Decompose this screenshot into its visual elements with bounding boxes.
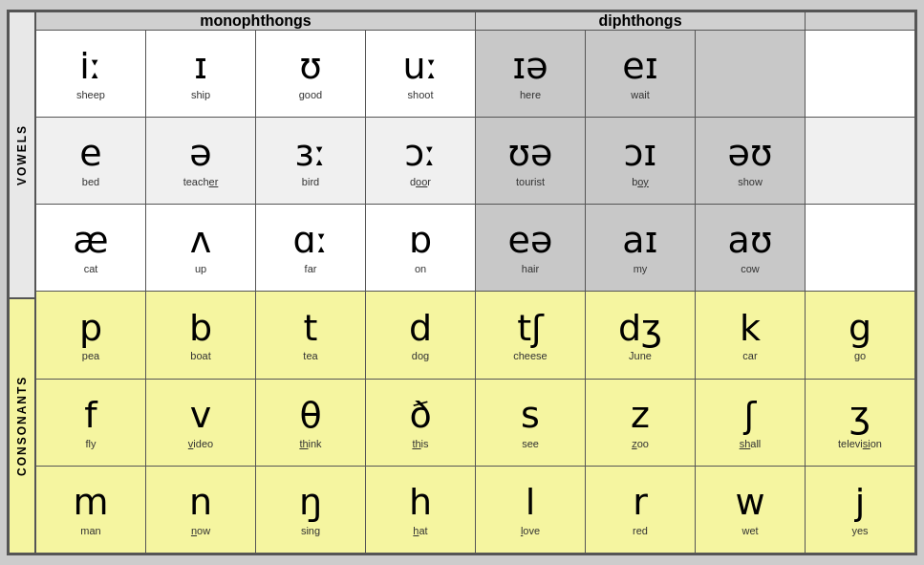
- cell-p: p pea: [36, 292, 146, 379]
- cell-w: w wet: [696, 466, 806, 553]
- symbol-z: z: [631, 396, 650, 436]
- side-labels: VOWELS CONSONANTS: [9, 11, 35, 554]
- word-here: here: [520, 89, 541, 100]
- symbol-ŋ: ŋ: [299, 483, 322, 523]
- symbol-ʃ: ʃ: [744, 396, 757, 436]
- symbol-j: j: [855, 483, 866, 523]
- cell-d: d dog: [366, 292, 476, 379]
- word-bed: bed: [82, 176, 99, 187]
- cell-aʊ: aʊ cow: [696, 205, 806, 292]
- cell-z: z zoo: [586, 379, 696, 466]
- symbol-eə: eə: [508, 221, 553, 261]
- cell-ɔː: ɔː door: [366, 118, 476, 205]
- word-think: think: [299, 438, 321, 449]
- cell-θ: θ think: [256, 379, 366, 466]
- cell-g: g go: [806, 292, 915, 379]
- symbol-s: s: [521, 396, 540, 436]
- cell-uː: uː shoot: [366, 31, 476, 118]
- word-red: red: [633, 525, 648, 536]
- word-go: go: [854, 350, 866, 361]
- word-boy: boy: [632, 176, 649, 187]
- cell-ɔɪ: ɔɪ boy: [586, 118, 696, 205]
- word-man: man: [80, 525, 100, 536]
- symbol-f: f: [84, 396, 97, 436]
- consonant-row-3: m man n now ŋ sing: [36, 466, 915, 553]
- cell-r: r red: [586, 466, 696, 553]
- diphthongs-header: diphthongs: [476, 12, 806, 31]
- vowels-label: VOWELS: [9, 11, 35, 298]
- word-ship: ship: [191, 89, 210, 100]
- symbol-tʃ: tʃ: [517, 309, 544, 349]
- cell-tʃ: tʃ cheese: [476, 292, 586, 379]
- symbol-ɔɪ: ɔɪ: [624, 134, 657, 174]
- word-love: love: [521, 525, 540, 536]
- word-tea: tea: [303, 350, 317, 361]
- symbol-v: v: [190, 396, 212, 436]
- word-hair: hair: [522, 263, 539, 274]
- symbol-ɑː: ɑː: [293, 221, 329, 261]
- symbol-ɪ: ɪ: [194, 47, 207, 87]
- cell-extra-1: [806, 31, 915, 118]
- vowel-row-3: æ cat ʌ up ɑː far: [36, 205, 915, 292]
- word-yes: yes: [851, 525, 868, 536]
- symbol-h: h: [409, 483, 432, 523]
- symbol-m: m: [73, 483, 108, 523]
- symbol-ɜː: ɜː: [294, 134, 326, 174]
- cell-ʊ: ʊ good: [256, 31, 366, 118]
- word-cow: cow: [741, 263, 760, 274]
- cell-s: s see: [476, 379, 586, 466]
- cell-ʌ: ʌ up: [146, 205, 256, 292]
- cell-v: v video: [146, 379, 256, 466]
- symbol-t: t: [304, 309, 318, 349]
- cell-h: h hat: [366, 466, 476, 553]
- cell-əʊ: əʊ show: [696, 118, 806, 205]
- cell-k: k car: [696, 292, 806, 379]
- cell-iː: iː sheep: [36, 31, 146, 118]
- cell-n: n now: [146, 466, 256, 553]
- cell-ð: ð this: [366, 379, 476, 466]
- symbol-aʊ: aʊ: [728, 221, 773, 261]
- word-see: see: [522, 438, 539, 449]
- cell-eə: eə hair: [476, 205, 586, 292]
- word-sheep: sheep: [76, 89, 105, 100]
- word-cheese: cheese: [513, 350, 547, 361]
- cell-ɪə: ɪə here: [476, 31, 586, 118]
- symbol-w: w: [735, 483, 764, 523]
- symbol-ɔː: ɔː: [404, 134, 437, 174]
- word-boat: boat: [190, 350, 210, 361]
- symbol-ɒ: ɒ: [409, 221, 432, 261]
- main-phonetic-table: monophthongs diphthongs iː sheep ɪ ship: [35, 11, 915, 554]
- cell-b: b boat: [146, 292, 256, 379]
- cell-empty-1: [696, 31, 806, 118]
- word-car: car: [742, 350, 757, 361]
- cell-extra-2: [806, 118, 915, 205]
- symbol-aɪ: aɪ: [622, 221, 657, 261]
- word-fly: fly: [86, 438, 97, 449]
- cell-dʒ: dʒ June: [586, 292, 696, 379]
- cell-ɑː: ɑː far: [256, 205, 366, 292]
- cell-ɒ: ɒ on: [366, 205, 476, 292]
- symbol-k: k: [740, 309, 761, 349]
- symbol-ə: ə: [189, 134, 211, 174]
- cell-f: f fly: [36, 379, 146, 466]
- word-show: show: [738, 176, 763, 187]
- vowel-row-2: e bed ə teacher ɜː bird: [36, 118, 915, 205]
- vowel-row-1: iː sheep ɪ ship ʊ good: [36, 31, 915, 118]
- symbol-ɪə: ɪə: [512, 47, 548, 87]
- word-my: my: [634, 263, 648, 274]
- cell-ə: ə teacher: [146, 118, 256, 205]
- symbol-iː: iː: [79, 47, 101, 87]
- word-far: far: [305, 263, 317, 274]
- word-wet: wet: [741, 525, 758, 536]
- word-door: door: [410, 176, 431, 187]
- word-shoot: shoot: [408, 89, 434, 100]
- symbol-ʊ: ʊ: [299, 47, 321, 87]
- symbol-ʒ: ʒ: [849, 396, 870, 436]
- consonants-label: CONSONANTS: [9, 298, 35, 554]
- word-wait: wait: [631, 89, 650, 100]
- cell-ʒ: ʒ television: [806, 379, 915, 466]
- cell-extra-3: [806, 205, 915, 292]
- cell-j: j yes: [806, 466, 915, 553]
- cell-eɪ: eɪ wait: [586, 31, 696, 118]
- word-video: video: [188, 438, 213, 449]
